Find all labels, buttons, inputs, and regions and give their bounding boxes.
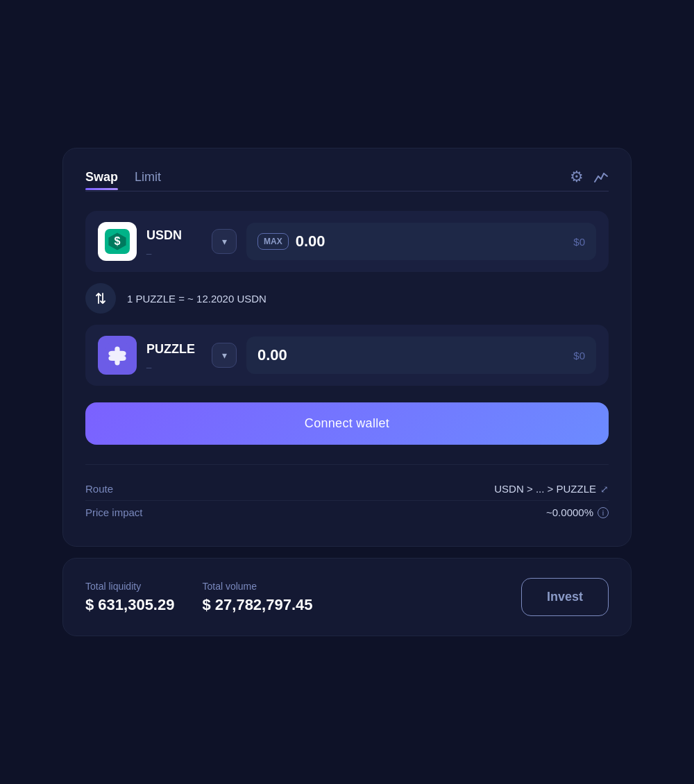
from-token-info: USDN _: [146, 228, 202, 255]
volume-value: $ 27,782,797.45: [202, 596, 312, 614]
price-impact-number: ~0.0000%: [546, 506, 593, 518]
to-token-row: PUZZLE _ ▾ 0.00 $0: [85, 325, 609, 386]
price-impact-value: ~0.0000% i: [546, 506, 609, 518]
price-impact-label: Price impact: [85, 506, 143, 518]
volume-label: Total volume: [202, 581, 312, 592]
price-impact-info-icon[interactable]: i: [598, 507, 609, 518]
from-token-sub: _: [146, 244, 202, 255]
invest-button[interactable]: Invest: [521, 578, 609, 616]
route-value: USDN > ... > PUZZLE ⤢: [494, 483, 609, 495]
from-token-section: $ USDN _ ▾ MAX 0.00 $0: [85, 211, 609, 272]
to-token-name: PUZZLE: [146, 342, 202, 357]
price-impact-row: Price impact ~0.0000% i: [85, 500, 609, 524]
settings-icon[interactable]: ⚙: [570, 168, 584, 186]
from-token-usd: $0: [573, 236, 585, 248]
usdn-token-icon: $: [98, 222, 137, 261]
max-button[interactable]: MAX: [257, 233, 289, 250]
tab-actions: ⚙: [570, 168, 609, 191]
from-token-row: $ USDN _ ▾ MAX 0.00 $0: [85, 211, 609, 272]
to-token-info: PUZZLE _: [146, 342, 202, 368]
dropdown-arrow-icon-2: ▾: [222, 350, 227, 361]
from-token-amount: 0.00: [296, 232, 567, 250]
route-expand-icon[interactable]: ⤢: [600, 484, 609, 495]
liquidity-label: Total liquidity: [85, 581, 174, 592]
swap-card: Swap Limit ⚙: [62, 148, 632, 547]
from-token-dropdown[interactable]: ▾: [212, 229, 237, 254]
puzzle-token-icon: [98, 336, 137, 375]
to-token-input-area: 0.00 $0: [246, 336, 596, 374]
volume-stat: Total volume $ 27,782,797.45: [202, 581, 312, 614]
connect-wallet-button[interactable]: Connect wallet: [85, 402, 609, 445]
svg-line-0: [595, 176, 598, 182]
swap-direction-button[interactable]: [85, 283, 116, 314]
svg-line-2: [601, 173, 604, 179]
chart-icon[interactable]: [593, 169, 609, 185]
svg-line-3: [604, 173, 607, 176]
tab-bar: Swap Limit ⚙: [85, 168, 609, 191]
stats-card: Total liquidity $ 631,305.29 Total volum…: [62, 558, 632, 636]
to-token-dropdown[interactable]: ▾: [212, 343, 237, 368]
liquidity-stat: Total liquidity $ 631,305.29: [85, 581, 174, 614]
route-label: Route: [85, 483, 113, 495]
route-row: Route USDN > ... > PUZZLE ⤢: [85, 477, 609, 500]
liquidity-value: $ 631,305.29: [85, 596, 174, 614]
to-token-usd: $0: [573, 350, 585, 361]
to-token-section: PUZZLE _ ▾ 0.00 $0: [85, 325, 609, 386]
route-path: USDN > ... > PUZZLE: [494, 483, 596, 495]
tab-limit[interactable]: Limit: [135, 170, 161, 190]
dropdown-arrow-icon: ▾: [222, 236, 227, 247]
to-token-sub: _: [146, 358, 202, 368]
swap-direction-row: 1 PUZZLE = ~ 12.2020 USDN: [85, 283, 609, 314]
from-token-name: USDN: [146, 228, 202, 243]
svg-text:$: $: [114, 235, 120, 247]
from-token-input-area: MAX 0.00 $0: [246, 223, 596, 260]
swap-info-section: Route USDN > ... > PUZZLE ⤢ Price impact…: [85, 464, 609, 524]
exchange-rate-text: 1 PUZZLE = ~ 12.2020 USDN: [127, 293, 266, 305]
tab-swap[interactable]: Swap: [85, 170, 118, 190]
to-token-amount: 0.00: [257, 346, 566, 364]
